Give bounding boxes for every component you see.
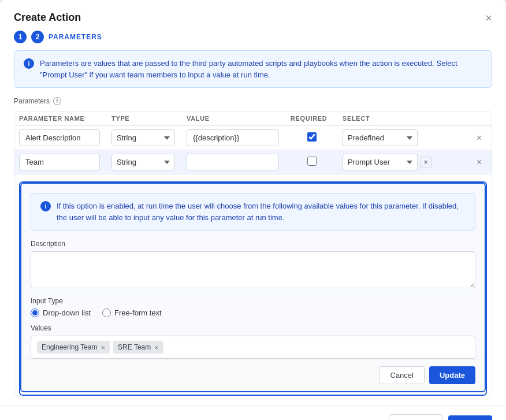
table-row: String Number Boolean	[14, 150, 492, 174]
update-button[interactable]: Update	[429, 366, 475, 384]
input-type-label: Input Type	[31, 297, 475, 305]
param-type-cell: String Number Boolean	[107, 150, 182, 174]
radio-dropdown-text: Drop-down list	[43, 309, 91, 317]
prompt-user-clear-btn[interactable]: ×	[420, 157, 431, 168]
modal: Create Action × 1 2 PARAMETERS i Paramet…	[0, 0, 506, 420]
col-header-type: TYPE	[107, 111, 182, 126]
expanded-actions: Cancel Update	[21, 359, 485, 391]
param-required-checkbox-1[interactable]	[307, 132, 317, 142]
values-container[interactable]: Engineering Team × SRE Team ×	[31, 336, 475, 359]
col-header-value: VALUE	[182, 111, 286, 126]
info-banner-text: Parameters are values that are passed to…	[40, 58, 482, 80]
col-header-action	[468, 111, 492, 126]
col-header-required: REQUIRED	[286, 111, 338, 126]
values-label: Values	[31, 324, 475, 332]
expanded-panel-cell: i If this option is enabled, at run time…	[14, 174, 492, 396]
description-textarea[interactable]	[31, 251, 475, 288]
modal-title: Create Action	[14, 12, 81, 24]
description-label: Description	[31, 240, 475, 248]
param-name-cell	[14, 126, 107, 150]
info-banner: i Parameters are values that are passed …	[14, 50, 492, 88]
step-2-badge: 2	[31, 31, 44, 43]
radio-group: Drop-down list Free-form text	[31, 309, 475, 317]
previous-button[interactable]: Previous	[389, 414, 442, 420]
param-remove-btn-2[interactable]: ×	[473, 156, 485, 169]
create-button[interactable]: Create	[448, 415, 492, 420]
step-1-badge: 1	[14, 31, 27, 43]
param-required-cell	[286, 126, 338, 150]
tag-engineering-team: Engineering Team ×	[37, 341, 110, 354]
modal-body: i Parameters are values that are passed …	[0, 50, 506, 406]
col-header-select: SELECT	[338, 111, 468, 126]
expanded-panel: i If this option is enabled, at run time…	[20, 183, 486, 392]
param-name-input-2[interactable]	[19, 154, 100, 170]
expanded-panel-row: i If this option is enabled, at run time…	[14, 174, 492, 396]
parameters-section-label: Parameters ?	[14, 97, 492, 105]
expanded-panel-wrapper: i If this option is enabled, at run time…	[19, 181, 487, 396]
expanded-info-text: If this option is enabled, at run time t…	[57, 200, 466, 223]
steps-bar: 1 2 PARAMETERS	[0, 31, 506, 50]
param-select-dropdown-2[interactable]: Predefined Prompt User	[343, 154, 418, 170]
tag-sre-team-label: SRE Team	[118, 343, 151, 351]
param-value-cell	[182, 150, 286, 174]
param-value-input-2[interactable]	[187, 154, 279, 170]
param-required-checkbox-2[interactable]	[307, 157, 317, 166]
params-table-wrapper: PARAMETER NAME TYPE VALUE REQUIRED SELEC…	[14, 111, 492, 396]
params-table: PARAMETER NAME TYPE VALUE REQUIRED SELEC…	[14, 111, 492, 396]
info-icon: i	[24, 58, 34, 69]
param-required-cell	[286, 150, 338, 174]
param-select-cell: Predefined Prompt User	[338, 126, 468, 150]
param-name-input-1[interactable]	[19, 129, 100, 146]
help-icon[interactable]: ?	[53, 97, 61, 105]
param-select-dropdown-1[interactable]: Predefined Prompt User	[343, 129, 418, 146]
tag-engineering-team-remove[interactable]: ×	[101, 344, 106, 351]
param-name-cell	[14, 150, 107, 174]
tag-engineering-team-label: Engineering Team	[42, 343, 98, 351]
radio-dropdown-input[interactable]	[31, 309, 39, 317]
param-value-cell	[182, 126, 286, 150]
col-header-name: PARAMETER NAME	[14, 111, 107, 126]
radio-freeform-text: Free-form text	[114, 309, 162, 317]
param-select-cell: Predefined Prompt User ×	[338, 150, 468, 174]
modal-footer: Previous Create	[0, 406, 506, 420]
param-type-select-2[interactable]: String Number Boolean	[111, 154, 175, 170]
table-row: String Number Boolean	[14, 126, 492, 150]
section-label: PARAMETERS	[49, 33, 102, 41]
param-action-cell: ×	[468, 150, 492, 174]
tag-sre-team-remove[interactable]: ×	[154, 344, 159, 351]
close-button[interactable]: ×	[485, 12, 492, 24]
expanded-info-icon: i	[40, 201, 51, 211]
radio-dropdown-label[interactable]: Drop-down list	[31, 309, 91, 317]
modal-header: Create Action ×	[0, 0, 506, 31]
radio-freeform-input[interactable]	[102, 309, 111, 317]
expanded-info-banner: i If this option is enabled, at run time…	[31, 193, 475, 231]
cancel-button[interactable]: Cancel	[379, 366, 424, 384]
param-remove-btn-1[interactable]: ×	[473, 132, 485, 144]
select-cell-2: Predefined Prompt User ×	[343, 154, 464, 170]
radio-freeform-label[interactable]: Free-form text	[102, 309, 162, 317]
param-value-input-1[interactable]	[187, 129, 279, 146]
param-action-cell: ×	[468, 126, 492, 150]
param-type-select-1[interactable]: String Number Boolean	[111, 129, 175, 146]
param-type-cell: String Number Boolean	[107, 126, 182, 150]
tag-sre-team: SRE Team ×	[113, 341, 163, 354]
